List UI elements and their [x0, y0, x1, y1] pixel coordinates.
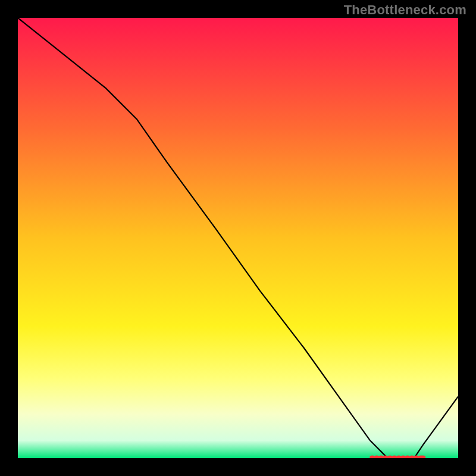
chart-svg — [18, 18, 458, 458]
plot-area — [18, 18, 458, 458]
chart-frame: TheBottleneck.com — [0, 0, 476, 476]
flat-segment-markers — [369, 456, 425, 459]
gradient-background — [18, 18, 458, 458]
watermark-text: TheBottleneck.com — [344, 2, 466, 18]
